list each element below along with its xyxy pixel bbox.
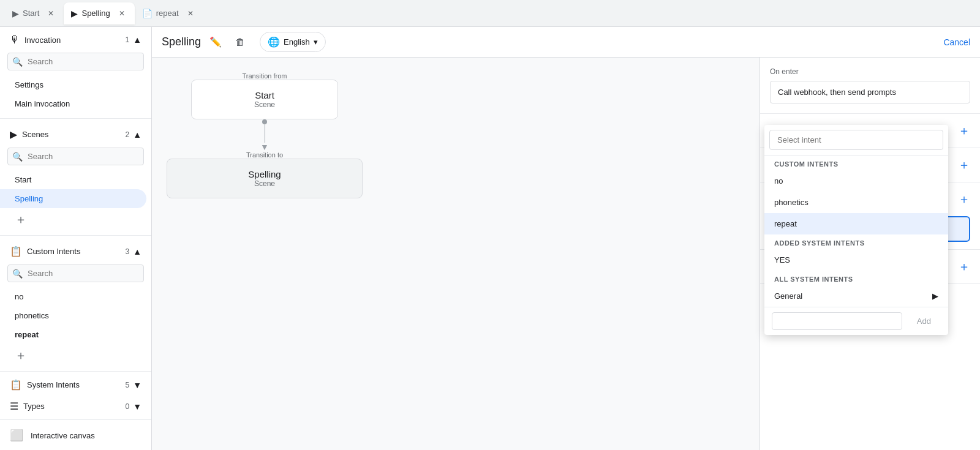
no-intent-label: no xyxy=(15,292,23,301)
slot-filling-add-icon[interactable]: ＋ xyxy=(958,157,970,173)
intent-item-phonetics[interactable]: phonetics xyxy=(764,192,948,213)
start-tab-icon: ▶ xyxy=(12,9,19,18)
transition-to-label: Transition to xyxy=(191,151,338,159)
system-intents-header-left: 📋 System Intents xyxy=(10,379,80,391)
main-invocation-label: Main invocation xyxy=(15,99,70,108)
custom-intents-group-label: CUSTOM INTENTS xyxy=(764,156,948,170)
spelling-node-title: Spelling xyxy=(182,169,347,179)
intent-item-repeat[interactable]: repeat xyxy=(764,213,948,234)
system-intents-count: 5 xyxy=(125,381,129,389)
on-enter-section: On enter Call webhook, then send prompts xyxy=(760,58,980,114)
sidebar-item-repeat[interactable]: repeat xyxy=(0,325,146,344)
transition-from-label: Transition from xyxy=(191,72,338,80)
invocation-count: 1 xyxy=(125,36,129,44)
start-tab-label: Start xyxy=(23,9,39,18)
webhook-text: Call webhook, then send prompts xyxy=(778,88,896,97)
intent-item-yes[interactable]: YES xyxy=(764,249,948,271)
edit-icon: ✏️ xyxy=(209,36,222,48)
spelling-node[interactable]: Spelling Scene xyxy=(167,159,363,198)
edit-scene-button[interactable]: ✏️ xyxy=(206,32,225,52)
repeat-tab-close[interactable]: ✕ xyxy=(185,8,196,19)
main-layout: 🎙 Invocation 1 ▲ 🔍 Settings Main invocat… xyxy=(0,27,980,450)
scene-title: Spelling xyxy=(162,36,201,48)
invocation-icon: 🎙 xyxy=(10,34,20,45)
language-selector[interactable]: 🌐 English ▾ xyxy=(260,32,326,52)
scenes-header[interactable]: ▶ Scenes 2 ▲ xyxy=(0,124,151,145)
invocation-header-left: 🎙 Invocation xyxy=(10,34,61,45)
spelling-tab-close[interactable]: ✕ xyxy=(116,8,127,19)
add-intent-button[interactable]: Add xyxy=(907,313,941,329)
condition-add-icon[interactable]: ＋ xyxy=(958,122,970,139)
repeat-intent-label: repeat xyxy=(15,330,39,339)
scenes-section: ▶ Scenes 2 ▲ 🔍 Start Spelling ＋ xyxy=(0,121,151,233)
intent-footer-input[interactable] xyxy=(772,312,902,330)
chevron-down-icon: ▾ xyxy=(314,37,318,47)
canvas-toolbar: Spelling ✏️ 🗑 🌐 English ▾ Cancel xyxy=(152,27,980,58)
custom-intents-label: Custom Intents xyxy=(27,247,80,256)
sidebar-item-spelling[interactable]: Spelling xyxy=(0,189,146,208)
scenes-search-icon: 🔍 xyxy=(12,152,23,162)
globe-icon: 🌐 xyxy=(268,36,280,48)
delete-scene-button[interactable]: 🗑 xyxy=(230,32,250,52)
tab-repeat[interactable]: 📄 repeat ✕ xyxy=(135,2,203,24)
intent-item-no[interactable]: no xyxy=(764,170,948,192)
user-intent-add-icon[interactable]: ＋ xyxy=(958,191,970,208)
tab-start[interactable]: ▶ Start ✕ xyxy=(5,2,64,24)
custom-intents-search-input[interactable] xyxy=(7,264,144,282)
intent-search-input[interactable] xyxy=(769,130,943,150)
scenes-expand-icon: ▲ xyxy=(133,130,141,140)
types-count: 0 xyxy=(125,402,129,411)
types-header[interactable]: ☰ Types 0 ▼ xyxy=(0,396,151,417)
intent-general-label: General xyxy=(774,291,802,301)
system-intents-label: System Intents xyxy=(27,380,80,389)
invocation-search-input[interactable] xyxy=(7,53,144,70)
types-icon: ☰ xyxy=(10,400,18,412)
custom-intents-header[interactable]: 📋 Custom Intents 3 ▲ xyxy=(0,241,151,262)
delete-icon: 🗑 xyxy=(235,37,245,48)
scenes-search-input[interactable] xyxy=(7,148,144,165)
add-custom-intent-button[interactable]: ＋ xyxy=(12,347,29,364)
intent-phonetics-label: phonetics xyxy=(774,198,809,207)
add-scene-button[interactable]: ＋ xyxy=(12,211,29,228)
spelling-node-subtitle: Scene xyxy=(182,179,347,188)
spelling-tab-icon: ▶ xyxy=(71,9,78,18)
cancel-button[interactable]: Cancel xyxy=(943,37,970,47)
types-header-left: ☰ Types xyxy=(10,400,45,412)
sidebar-item-no[interactable]: no xyxy=(0,287,146,306)
intent-repeat-label: repeat xyxy=(774,219,797,228)
start-connector: ▼ xyxy=(191,119,338,151)
spelling-tab-label: Spelling xyxy=(81,9,110,18)
tab-spelling[interactable]: ▶ Spelling ✕ xyxy=(64,2,134,24)
intent-no-label: no xyxy=(774,176,783,186)
sidebar-item-start[interactable]: Start xyxy=(0,170,146,189)
repeat-tab-label: repeat xyxy=(156,9,179,18)
invocation-header[interactable]: 🎙 Invocation 1 ▲ xyxy=(0,29,151,50)
general-row: General ▶ xyxy=(774,291,938,301)
on-enter-label: On enter xyxy=(770,67,970,76)
start-tab-close[interactable]: ✕ xyxy=(45,8,56,19)
scenes-header-left: ▶ Scenes xyxy=(10,129,48,140)
sidebar-item-phonetics[interactable]: phonetics xyxy=(0,306,146,325)
webhook-box[interactable]: Call webhook, then send prompts xyxy=(770,81,970,103)
invocation-expand-icon: ▲ xyxy=(133,35,141,45)
error-status-add-icon[interactable]: ＋ xyxy=(958,258,970,275)
custom-intents-search: 🔍 xyxy=(7,264,144,282)
repeat-tab-icon: 📄 xyxy=(142,9,153,18)
sidebar-item-main-invocation[interactable]: Main invocation xyxy=(0,94,146,113)
scenes-icon: ▶ xyxy=(10,129,17,140)
system-intents-icon: 📋 xyxy=(10,379,22,391)
system-intents-header[interactable]: 📋 System Intents 5 ▼ xyxy=(0,374,151,396)
custom-intents-search-icon: 🔍 xyxy=(12,269,23,279)
intent-search-box xyxy=(764,125,948,156)
start-node[interactable]: Start Scene xyxy=(191,80,338,119)
intent-dropdown-footer: Add xyxy=(764,307,948,335)
connector-arrow: ▼ xyxy=(260,143,269,151)
custom-intents-header-left: 📋 Custom Intents xyxy=(10,246,80,257)
intent-yes-label: YES xyxy=(774,255,790,264)
intent-item-general[interactable]: General ▶ xyxy=(764,285,948,307)
nav-interactive-canvas[interactable]: ⬜ Interactive canvas xyxy=(0,422,151,448)
scenes-search: 🔍 xyxy=(7,148,144,165)
intent-dropdown: CUSTOM INTENTS no phonetics repeat ADDED… xyxy=(764,125,948,335)
sidebar-item-settings[interactable]: Settings xyxy=(0,75,146,94)
spelling-scene-label: Spelling xyxy=(15,194,43,203)
